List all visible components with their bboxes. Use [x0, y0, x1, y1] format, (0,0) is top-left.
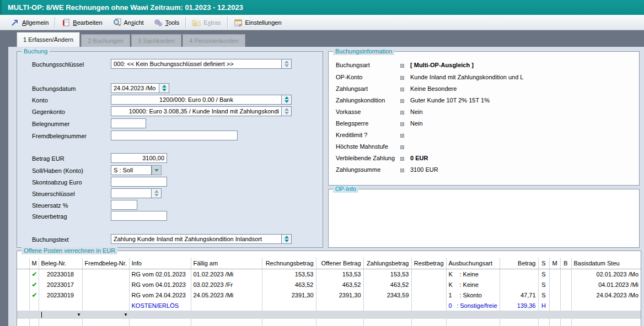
empty-cell[interactable] [549, 319, 560, 326]
cell-zahlungsbetrag[interactable]: 153,53 [363, 269, 411, 279]
cell-beleg-nr[interactable]: 20233018 [39, 269, 82, 279]
cell-ausbuchungsart[interactable]: 1: Skonto [446, 290, 500, 300]
cell-selector[interactable] [17, 279, 29, 290]
spinner-buchungsschluessel[interactable] [282, 59, 292, 69]
filter-cell[interactable] [538, 311, 549, 319]
col-m2[interactable]: M [549, 258, 560, 269]
cell-beleg-nr[interactable]: 20233019 [39, 290, 82, 300]
empty-cell[interactable] [560, 319, 571, 326]
cell-m2[interactable] [549, 269, 560, 279]
tab-erfassen-aendern[interactable]: 1 Erfassen/Ändern [17, 32, 80, 47]
spinner-steuerschluessel[interactable] [152, 188, 162, 198]
col-faellig-am[interactable]: Fällig am [191, 258, 262, 269]
cell-beleg-nr[interactable] [39, 300, 82, 311]
cell-beleg-nr[interactable]: 20233017 [39, 279, 82, 290]
filter-cell[interactable] [571, 311, 641, 319]
empty-cell[interactable] [39, 319, 82, 326]
cell-b[interactable] [560, 290, 571, 300]
input-steuerbetrag[interactable] [111, 211, 167, 221]
col-s[interactable]: S [538, 258, 549, 269]
spinner-buchungsdatum[interactable] [159, 83, 169, 93]
cell-selector[interactable] [17, 290, 29, 300]
dropdown-soll-haben[interactable] [152, 165, 162, 175]
cell-fremdbeleg-nr[interactable] [82, 300, 129, 311]
col-info[interactable]: Info [129, 258, 191, 269]
menu-item-ansicht[interactable]: Ansicht [108, 17, 149, 29]
cell-selector[interactable] [17, 300, 29, 311]
col-fremdbeleg-nr[interactable]: Fremdbeleg-Nr. [82, 258, 129, 269]
cell-s[interactable]: S [538, 279, 549, 290]
filter-cell[interactable] [316, 311, 363, 319]
cell-betrag[interactable]: 139,36 [500, 300, 538, 311]
empty-cell[interactable] [29, 319, 39, 326]
input-steuersatz[interactable] [111, 200, 137, 210]
col-zahlungsbetrag[interactable]: Zahlungsbetrag [363, 258, 411, 269]
tab-personenkonten[interactable]: 4 Personenkonten [183, 34, 245, 47]
col-betrag[interactable]: Betrag [500, 258, 538, 269]
cell-offener-betrag[interactable] [316, 300, 363, 311]
check-icon[interactable]: ✔ [29, 269, 39, 279]
cell-betrag[interactable]: 47,71 [500, 290, 538, 300]
cell-rechnungsbetrag[interactable] [262, 300, 316, 311]
col-restbetrag[interactable]: Restbetrag [411, 258, 446, 269]
cell-rechnungsbetrag[interactable]: 2391,30 [262, 290, 316, 300]
input-steuerschluessel[interactable] [111, 188, 152, 198]
filter-cell[interactable] [129, 311, 191, 319]
cell-m2[interactable] [549, 279, 560, 290]
empty-cell[interactable] [538, 319, 549, 326]
cell-ausbuchungsart[interactable]: K: Keine [446, 269, 500, 279]
spinner-gegenkonto[interactable] [282, 106, 292, 116]
filter-cell[interactable] [191, 311, 262, 319]
cell-restbetrag[interactable] [411, 269, 446, 279]
cell-offener-betrag[interactable]: 153,53 [316, 269, 363, 279]
col-b[interactable]: B [560, 258, 571, 269]
filter-dropdown-icon[interactable]: ▼ [77, 312, 81, 317]
filter-cell[interactable] [17, 311, 29, 319]
cell-m2[interactable] [549, 300, 560, 311]
input-gegenkonto[interactable] [111, 106, 282, 116]
empty-cell[interactable] [82, 319, 129, 326]
cell-selector[interactable] [17, 269, 29, 279]
cell-fremdbeleg-nr[interactable] [82, 290, 129, 300]
cell-fremdbeleg-nr[interactable] [82, 279, 129, 290]
empty-cell[interactable] [363, 319, 411, 326]
empty-cell[interactable] [571, 319, 641, 326]
col-selector[interactable] [17, 258, 29, 269]
cell-betrag[interactable] [500, 279, 538, 290]
cell-restbetrag[interactable] [411, 290, 446, 300]
tab-buchungen[interactable]: 2 Buchungen [81, 34, 130, 47]
cell-offener-betrag[interactable]: 2391,30 [316, 290, 363, 300]
filter-cell-fremdbeleg[interactable]: ▼ [82, 311, 129, 319]
cell-info[interactable]: RG vom 04.01.2023 [129, 279, 191, 290]
empty-cell[interactable] [500, 319, 538, 326]
filter-cell[interactable] [500, 311, 538, 319]
cell-ausbuchungsart[interactable]: 0: Sonstige/freie [446, 300, 500, 311]
cell-fremdbeleg-nr[interactable] [82, 269, 129, 279]
cell-m[interactable] [29, 300, 39, 311]
menu-item-allgemein[interactable]: Allgemein [6, 17, 53, 29]
cell-faellig-am[interactable]: 01.02.2023 /Mi [191, 269, 262, 279]
cell-basisdatum[interactable]: 02.01.2023 /Mo [571, 269, 641, 279]
empty-cell[interactable] [316, 319, 363, 326]
cell-zahlungsbetrag[interactable] [363, 300, 411, 311]
cell-ausbuchungsart[interactable]: K: Keine [446, 279, 500, 290]
spinner-buchungstext[interactable] [282, 234, 292, 244]
cell-faellig-am[interactable]: 03.02.2023 /Fr [191, 279, 262, 290]
menu-item-bearbeiten[interactable]: Bearbeiten [56, 17, 107, 29]
cell-basisdatum[interactable]: 04.01.2023 /Mi [571, 279, 641, 290]
cell-b[interactable] [560, 279, 571, 290]
col-beleg-nr[interactable]: Beleg-Nr. [39, 258, 82, 269]
filter-cell[interactable] [411, 311, 446, 319]
cell-b[interactable] [560, 269, 571, 279]
spinner-konto[interactable] [282, 95, 292, 105]
cell-basisdatum[interactable]: 24.04.2023 /Mo [571, 290, 641, 300]
empty-cell[interactable] [446, 319, 500, 326]
col-rechnungsbetrag[interactable]: Rechnungsbetrag [262, 258, 316, 269]
empty-cell[interactable] [411, 319, 446, 326]
menu-item-extras[interactable]: Extras [187, 17, 226, 29]
cell-b[interactable] [560, 300, 571, 311]
input-fremdbelegnummer[interactable] [111, 131, 238, 140]
cell-zahlungsbetrag[interactable]: 2343,59 [363, 290, 411, 300]
input-konto[interactable] [111, 95, 282, 105]
input-betrag-eur[interactable] [111, 153, 167, 163]
